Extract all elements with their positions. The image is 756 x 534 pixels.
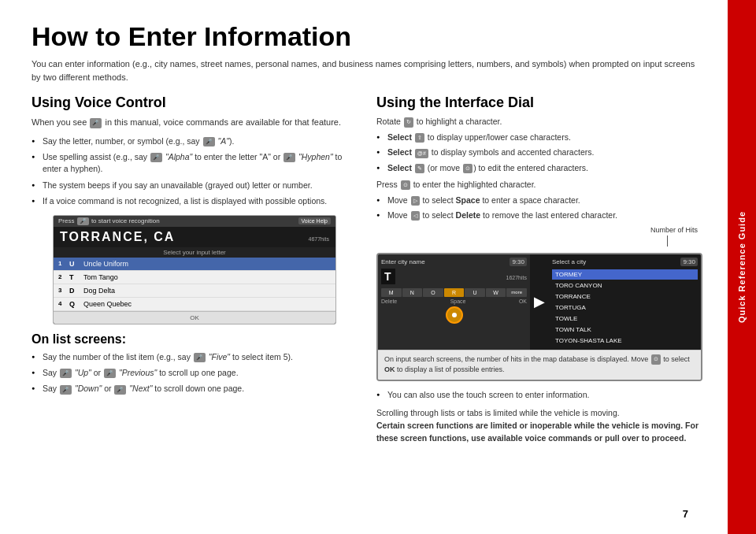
vc-list-item-1[interactable]: 1 U Uncle Uniform xyxy=(54,258,335,271)
nav-keyboard: M N O R U W more xyxy=(381,288,527,297)
page-number: 7 xyxy=(683,508,688,520)
vc-list-item-3[interactable]: 3 D Dog Delta xyxy=(54,284,335,298)
nav-list-time: 9:30 xyxy=(680,258,698,266)
nav-left-screen: Enter city name 9:30 T 1627hits M xyxy=(378,254,530,350)
nav-screenshot: Enter city name 9:30 T 1627hits M xyxy=(376,253,702,381)
nav-screen-time-left: 9:30 xyxy=(510,258,527,266)
bullet-item: Move ◁ to select Delete to remove the la… xyxy=(376,210,702,221)
nav-list-item[interactable]: TOYON-SHASTA LAKE xyxy=(552,336,698,346)
bullet-item: Select ⇧ to display upper/lower case cha… xyxy=(376,132,702,143)
vc-list-item-4[interactable]: 4 Q Queen Quebec xyxy=(54,298,335,311)
voice-control-intro: When you see 🎤 in this manual, voice com… xyxy=(32,116,358,129)
bullet-item: Use spelling assist (e.g., say 🎤 "Alpha"… xyxy=(32,151,358,175)
nav-space-label[interactable]: Space xyxy=(450,299,466,304)
voice-help-button[interactable]: Voice Help xyxy=(298,217,331,224)
sidebar-label: Quick Reference Guide xyxy=(737,211,747,323)
bullet-item: Say 🎤 "Up" or 🎤 "Previous" to scroll up … xyxy=(32,367,358,379)
nav-delete-label[interactable]: Delete xyxy=(381,299,397,304)
left-column: Using Voice Control When you see 🎤 in th… xyxy=(32,95,358,444)
dial-bullets: Select ⇧ to display upper/lower case cha… xyxy=(376,132,702,174)
scrolling-note-bold: Certain screen functions are limited or … xyxy=(376,421,699,443)
bullet-item: Select @# to display symbols and accente… xyxy=(376,146,702,158)
nav-list-item[interactable]: TORRANCE xyxy=(552,291,698,302)
vc-bottom-bar: OK xyxy=(54,311,335,324)
select-icon: ⇧ xyxy=(415,133,424,143)
nav-key-selected[interactable]: R xyxy=(444,288,465,297)
voice-icon-inline: 🎤 xyxy=(60,369,72,378)
bullet-item: Move ▷ to select Space to enter a space … xyxy=(376,195,702,206)
nav-screen-label-left: Enter city name xyxy=(381,258,425,265)
voice-icon: 🎤 xyxy=(90,118,102,128)
nav-list-item[interactable]: TORTUGA xyxy=(552,302,698,313)
nav-bottom-actions: Delete Space OK xyxy=(381,299,527,304)
intro-text: You can enter information (e.g., city na… xyxy=(32,57,702,83)
bullet-item: Say the number of the list item (e.g., s… xyxy=(32,351,358,363)
bullet-item: Say 🎤 "Down" or 🎤 "Next" to scroll down … xyxy=(32,383,358,395)
nav-list-item[interactable]: TOWN TALK xyxy=(552,324,698,335)
nav-key[interactable]: U xyxy=(465,288,485,297)
move-left-icon: ◁ xyxy=(411,211,420,221)
move-icon: ⊙ xyxy=(651,354,661,365)
move-icon: ⊙ xyxy=(463,164,472,173)
bottom-notes: You can also use the touch screen to ent… xyxy=(376,389,702,401)
nav-list-header: Select a city 9:30 xyxy=(552,258,698,266)
right-column: Using the Interface Dial Rotate ↻ to hig… xyxy=(376,95,702,444)
nav-list-item-highlighted[interactable]: TORMEY xyxy=(552,269,698,280)
nav-screen-header-left: Enter city name 9:30 xyxy=(381,258,527,266)
on-list-screens-title: On list screens: xyxy=(32,332,358,347)
two-column-layout: Using Voice Control When you see 🎤 in th… xyxy=(32,95,702,444)
page-title: How to Enter Information xyxy=(32,22,702,51)
voice-icon-inline: 🎤 xyxy=(194,353,206,362)
callout-box: Number of Hits xyxy=(376,226,702,247)
voice-icon-inline: 🎤 xyxy=(203,137,215,146)
voice-icon-inline: 🎤 xyxy=(60,385,72,395)
vc-list-item-2[interactable]: 2 T Tom Tango xyxy=(54,271,335,284)
rotate-instruction: Rotate ↻ to highlight a character. xyxy=(376,116,702,128)
nav-dial-indicator xyxy=(381,306,527,324)
vc-press-label: Press 🎤 to start voice recognition xyxy=(58,217,160,225)
nav-key[interactable]: W xyxy=(486,288,506,297)
voice-icon-inline: 🎤 xyxy=(104,369,116,378)
scrolling-note: Scrolling through lists or tabs is limit… xyxy=(376,407,702,444)
interface-dial-title: Using the Interface Dial xyxy=(376,95,702,111)
vc-top-bar: Press 🎤 to start voice recognition Voice… xyxy=(54,216,335,227)
nav-input[interactable]: T xyxy=(381,269,395,284)
on-list-screen-bullets: Say the number of the list item (e.g., s… xyxy=(32,351,358,395)
nav-hits: 1627hits xyxy=(506,275,527,280)
vc-hits: 4677hits xyxy=(309,236,329,242)
nav-caption: On input search screens, the number of h… xyxy=(378,350,701,380)
voice-icon-inline: 🎤 xyxy=(114,385,126,395)
callout-line xyxy=(667,235,668,247)
bullet-item: The system beeps if you say an unavailab… xyxy=(32,180,358,191)
nav-arrow: ▶ xyxy=(532,254,547,350)
vc-location: TORRANCE, CA xyxy=(60,230,175,244)
vc-select-label: Select your input letter xyxy=(54,247,335,258)
vc-list: 1 U Uncle Uniform 2 T Tom Tango 3 D xyxy=(54,258,335,311)
nav-ok-label[interactable]: OK xyxy=(519,299,527,304)
bullet-item: Say the letter, number, or symbol (e.g.,… xyxy=(32,135,358,147)
rotate-icon: ↻ xyxy=(404,117,413,128)
touch-screen-note: You can also use the touch screen to ent… xyxy=(376,389,702,401)
symbol-icon: @# xyxy=(415,149,428,158)
nav-key[interactable]: N xyxy=(402,288,423,297)
nav-right-screen: Select a city 9:30 TORMEY TORO CANYON TO… xyxy=(549,254,701,350)
nav-key[interactable]: M xyxy=(381,288,402,297)
nav-list-item[interactable]: TORO CANYON xyxy=(552,280,698,291)
voice-control-bullets: Say the letter, number, or symbol (e.g.,… xyxy=(32,135,358,207)
nav-list-item[interactable]: TOWLE xyxy=(552,313,698,324)
vc-display: TORRANCE, CA 4677hits xyxy=(54,227,335,247)
voice-icon-inline: 🎤 xyxy=(150,153,162,162)
callout-label: Number of Hits xyxy=(650,226,698,234)
press-icon: ⊙ xyxy=(401,180,410,191)
nav-key[interactable]: O xyxy=(423,288,443,297)
sidebar: Quick Reference Guide xyxy=(728,0,756,534)
press-instruction: Press ⊙ to enter the highlighted charact… xyxy=(376,179,702,191)
main-content: How to Enter Information You can enter i… xyxy=(0,0,728,534)
nav-list-label: Select a city xyxy=(552,258,586,265)
nav-key-more[interactable]: more xyxy=(506,288,527,297)
nav-screens-row: Enter city name 9:30 T 1627hits M xyxy=(378,254,701,350)
move-right-icon: ▷ xyxy=(411,196,420,206)
bullet-item: If a voice command is not recognized, a … xyxy=(32,195,358,207)
voice-control-title: Using Voice Control xyxy=(32,95,358,111)
mic-icon: 🎤 xyxy=(77,217,89,225)
